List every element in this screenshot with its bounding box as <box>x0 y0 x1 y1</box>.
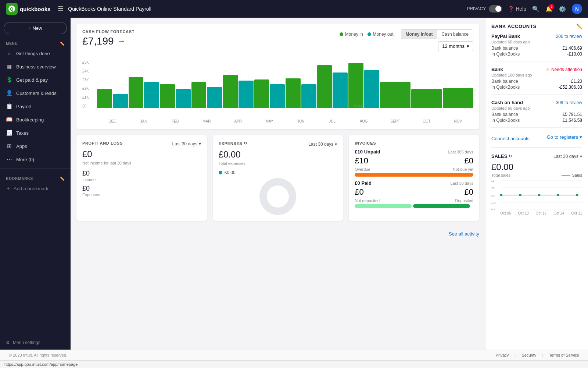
bookkeeping-icon: 📖 <box>6 116 12 123</box>
donut-hole <box>267 185 289 208</box>
search-button[interactable]: 🔍 <box>532 6 539 13</box>
user-avatar[interactable]: N <box>572 4 582 14</box>
paypal-balance-row: Bank balance £1,406.69 <box>491 46 582 51</box>
connect-accounts-link[interactable]: Connect accounts <box>491 136 530 141</box>
svg-point-14 <box>538 194 541 196</box>
qb-logo-text: quickbooks <box>20 6 50 12</box>
svg-text:£-1: £-1 <box>491 207 495 210</box>
sales-refresh-icon[interactable]: ↻ <box>509 154 512 159</box>
terms-link[interactable]: Terms of Service <box>549 353 579 357</box>
sidebar-item-get-paid-pay[interactable]: 💲 Get paid & pay <box>0 73 71 86</box>
payroll-icon: 📋 <box>6 103 12 110</box>
content-area: CASH FLOW FORECAST £7,199 → Money in <box>71 18 588 350</box>
settings-button[interactable]: ⚙️ <box>559 6 566 13</box>
sales-x-labels: Oct 06 Oct 10 Oct 17 Oct 24 Oct 31 <box>491 211 582 215</box>
svg-point-16 <box>576 194 578 196</box>
paid-bars <box>355 204 473 209</box>
income-label: Income <box>82 177 201 182</box>
sidebar-item-more[interactable]: ⋯ More (0) <box>0 153 71 166</box>
privacy-link[interactable]: Privacy <box>496 353 509 357</box>
cash-balance-button[interactable]: Cash balance <box>437 30 473 39</box>
refresh-icon[interactable]: ↻ <box>244 141 247 146</box>
bank-qb-row: In QuickBooks -£52,306.33 <box>491 85 582 90</box>
money-in-dot <box>340 32 343 36</box>
profit-loss-card: PROFIT AND LOSS Last 30 days ▾ £0 Net in… <box>76 135 207 221</box>
new-button[interactable]: + New <box>4 22 67 34</box>
hamburger-icon[interactable]: ☰ <box>58 5 64 13</box>
sidebar-item-taxes[interactable]: 🧾 Taxes <box>0 126 71 139</box>
svg-text:£0: £0 <box>491 187 495 190</box>
chart-x-label: JUN <box>286 119 316 123</box>
expenses-period-button[interactable]: Last 30 days ▾ <box>308 142 337 147</box>
menu-edit-icon[interactable]: ✏️ <box>60 42 65 46</box>
bookmarks-label: BOOKMARKS ✏️ <box>0 174 71 182</box>
bar-group <box>411 60 442 108</box>
footer-links: Privacy | Security | Terms of Service <box>496 353 579 357</box>
expenses-header: EXPENSES ↻ Last 30 days ▾ <box>219 141 337 147</box>
sidebar-item-apps[interactable]: ⊞ Apps <box>0 139 71 153</box>
sales-legend: Sales <box>562 173 582 177</box>
cashflow-card: CASH FLOW FORECAST £7,199 → Money in <box>76 24 479 129</box>
go-to-registers-link[interactable]: Go to registers ▾ <box>547 134 582 140</box>
bar-group <box>254 60 285 108</box>
security-link[interactable]: Security <box>521 353 536 357</box>
period-selector[interactable]: 12 months ▾ <box>438 41 473 51</box>
expenses-item: £0.00 <box>219 170 337 175</box>
paypal-review-link[interactable]: 206 to review <box>556 34 582 39</box>
get-things-done-icon: ○ <box>6 50 12 57</box>
sidebar-item-payroll[interactable]: 📋 Payroll <box>0 100 71 113</box>
menu-settings-button[interactable]: ⚙ Menu settings <box>6 340 65 345</box>
help-button[interactable]: ❓ Help <box>508 6 526 12</box>
url-bar: https://app.qbo.intuit.com/app/homepage <box>0 360 588 368</box>
sidebar-item-business-overview[interactable]: ▦ Business overview <box>0 60 71 73</box>
chart-x-label: FEB <box>160 119 191 123</box>
overdue-bar <box>355 173 473 177</box>
sales-sub: Total sales Sales <box>491 173 582 177</box>
cash-review-link[interactable]: 309 to review <box>556 100 582 105</box>
needs-attention-badge: ⚠ Needs attention <box>546 67 582 72</box>
sidebar-item-get-things-done[interactable]: ○ Get things done <box>0 47 71 60</box>
sidebar-divider <box>0 168 71 169</box>
not-deposited-amount: £0 <box>355 187 363 197</box>
main-content: CASH FLOW FORECAST £7,199 → Money in <box>71 18 485 350</box>
add-bookmark-button[interactable]: ＋ Add a bookmark <box>0 182 71 195</box>
money-in-out-button[interactable]: Money in/out <box>401 30 437 39</box>
privacy-toggle-switch[interactable] <box>489 5 502 13</box>
bar-money-in <box>317 65 332 108</box>
paypal-updated: Updated 60 days ago <box>491 40 582 44</box>
notifications-button[interactable]: 🔔 1 <box>545 6 553 13</box>
paypal-bank-name: PayPal Bank <box>491 33 520 39</box>
settings-gear-icon: ⚙ <box>6 340 10 345</box>
cash-balance-row: Bank balance £5,791.51 <box>491 112 582 117</box>
sales-period-button[interactable]: Last 30 days ▾ <box>553 154 582 159</box>
chevron-down-icon: ▾ <box>199 141 201 146</box>
bookmarks-edit-icon[interactable]: ✏️ <box>60 177 65 181</box>
overdue-amount: £10 <box>355 156 368 166</box>
pl-period-button[interactable]: Last 30 days ▾ <box>172 141 201 146</box>
chart-bars <box>97 60 473 108</box>
cashflow-arrow[interactable]: → <box>118 36 126 46</box>
invoices-amounts-row: £10 £0 <box>355 156 473 166</box>
chart-x-label: APR <box>223 119 254 123</box>
sidebar-item-label: Get things done <box>16 51 50 56</box>
sidebar-item-label: Bookkeeping <box>16 117 44 123</box>
bar-group <box>191 60 222 108</box>
not-deposited-bar <box>355 204 412 208</box>
bar-group <box>380 60 411 108</box>
bar-money-out <box>113 94 128 108</box>
bar-money-in <box>129 77 144 109</box>
bank-accounts-section: BANK ACCOUNTS ✏️ PayPal Bank 206 to revi… <box>491 24 582 141</box>
qb-logo: Q quickbooks <box>6 3 50 15</box>
chart-x-label: DEC <box>97 119 128 123</box>
chevron-down-icon: ▾ <box>335 142 337 147</box>
svg-text:£1: £1 <box>491 180 495 183</box>
bar-money-out <box>144 82 159 109</box>
bank-accounts-header: BANK ACCOUNTS ✏️ <box>491 24 582 29</box>
deposited-bar <box>413 204 470 208</box>
bank-edit-icon[interactable]: ✏️ <box>576 24 582 29</box>
sidebar-item-bookkeeping[interactable]: 📖 Bookkeeping <box>0 113 71 126</box>
bank-actions: Connect accounts Go to registers ▾ <box>491 133 582 141</box>
chart-x-labels: DECJANFEBMARAPRMAYJUNJULAUGSEPTOCTNOV <box>97 119 473 123</box>
see-all-activity-link[interactable]: See all activity <box>449 231 479 237</box>
sidebar-item-customers-leads[interactable]: 👤 Customers & leads <box>0 86 71 100</box>
